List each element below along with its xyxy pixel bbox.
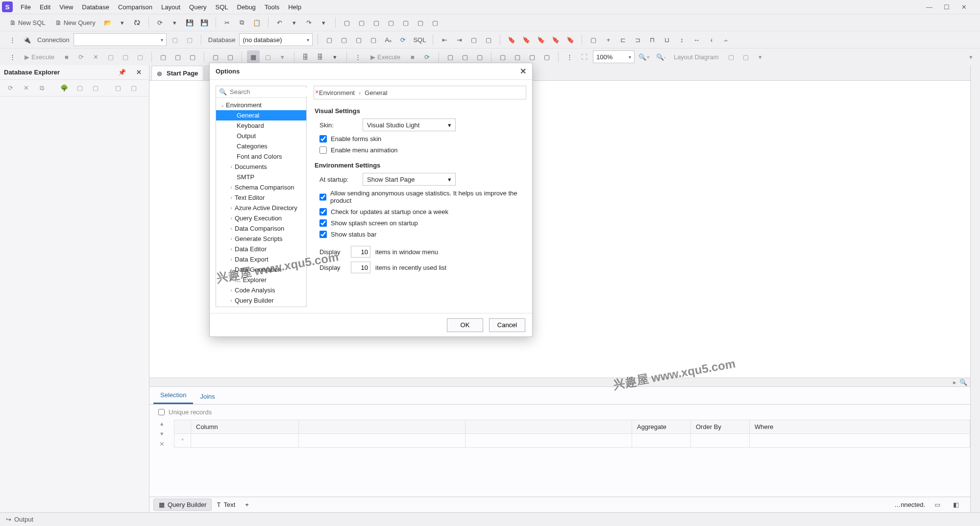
tool-icon-b[interactable]: ▢ — [355, 16, 368, 29]
tree-font-colors[interactable]: Font and Colors — [216, 151, 306, 162]
tree-keyboard[interactable]: Keyboard — [216, 120, 306, 131]
statusbar-checkbox[interactable] — [319, 231, 327, 238]
save-all-icon[interactable]: 💾 — [198, 16, 211, 29]
tree-explorer[interactable]: ›… Explorer — [216, 275, 306, 285]
tree-general[interactable]: General — [216, 110, 306, 120]
db-tool-2[interactable]: ▢ — [338, 33, 350, 46]
col-blank-2[interactable] — [466, 420, 632, 434]
zoom-fit-icon[interactable]: ⛶ — [578, 50, 591, 63]
zoom-out-icon[interactable]: 🔍- — [654, 50, 668, 63]
row-down-icon[interactable]: ▾ — [160, 430, 164, 437]
tree-output[interactable]: Output — [216, 131, 306, 141]
skin-combo[interactable]: Visual Studio Light▾ — [363, 119, 456, 131]
tree-text-editor[interactable]: ›Text Editor — [216, 192, 306, 203]
explorer-refresh-icon[interactable]: ⟳ — [4, 82, 17, 95]
copy-icon[interactable]: ⧉ — [236, 16, 248, 29]
open-button[interactable]: 📂 — [101, 16, 114, 29]
tree-documents[interactable]: ›Documents — [216, 162, 306, 172]
bookmark-prev-icon[interactable]: 🔖 — [520, 33, 533, 46]
zoom-combo[interactable]: 100%▾ — [593, 50, 635, 63]
exec-tool-f[interactable]: ▢ — [186, 50, 199, 63]
maximize-icon[interactable]: ☐ — [944, 3, 951, 10]
zoom-in-icon[interactable]: 🔍+ — [637, 50, 652, 63]
connect-icon[interactable]: 🔌 — [21, 33, 33, 46]
tree-generate-scripts[interactable]: ›Generate Scripts — [216, 234, 306, 244]
save-blue-icon[interactable]: 💾 — [183, 16, 196, 29]
align-icon-8[interactable]: ↔ — [690, 33, 703, 46]
align-icon-4[interactable]: ⊐ — [631, 33, 644, 46]
selection-grid[interactable]: Column Aggregate Order By Where * — [174, 420, 970, 448]
layout-tool-d[interactable]: ▢ — [540, 50, 553, 63]
tool-icon-f[interactable]: ▢ — [414, 16, 427, 29]
db-tool-3[interactable]: ▢ — [352, 33, 365, 46]
tree-schema-comparison[interactable]: ›Schema Comparison — [216, 182, 306, 192]
grip-icon[interactable]: ⋮ — [6, 33, 19, 46]
explorer-tool-b[interactable]: ▢ — [89, 82, 102, 95]
execute-button[interactable]: ▶Execute — [21, 50, 58, 63]
cut-icon[interactable]: ✂ — [221, 16, 234, 29]
pin-icon[interactable]: 📌 — [116, 66, 128, 79]
grip-icon-2[interactable]: ⋮ — [6, 50, 19, 63]
redo-dropdown[interactable]: ▾ — [318, 16, 330, 29]
tool-icon-d[interactable]: ▢ — [385, 16, 397, 29]
bookmark-clear-icon[interactable]: 🔖 — [549, 33, 562, 46]
menu-layout[interactable]: Layout — [157, 1, 184, 13]
col-orderby[interactable]: Order By — [691, 420, 750, 434]
startup-combo[interactable]: Show Start Page▾ — [363, 173, 456, 186]
tool-icon-a[interactable]: ▢ — [341, 16, 353, 29]
db-icon-b[interactable]: 🗄 — [314, 50, 327, 63]
tree-environment[interactable]: ⌄Environment — [216, 100, 306, 110]
ok-button[interactable]: OK — [447, 318, 483, 332]
allow-stats-checkbox[interactable] — [319, 193, 326, 201]
grip-icon-3[interactable]: ⋮ — [352, 50, 365, 63]
enable-forms-skin-checkbox[interactable] — [319, 135, 327, 143]
stop-icon[interactable]: ■ — [60, 50, 73, 63]
col-aggregate[interactable]: Aggregate — [632, 420, 691, 434]
bookmark-next-icon[interactable]: 🔖 — [535, 33, 547, 46]
conn-tool-a[interactable]: ▢ — [169, 33, 181, 46]
tree-data-generation[interactable]: ›Data Generation — [216, 264, 306, 275]
output-status-button[interactable]: ↪ Output — [6, 516, 33, 523]
grid-dropdown[interactable]: ▾ — [276, 50, 289, 63]
debug-tool-a[interactable]: ▢ — [444, 50, 457, 63]
tool-icon-e[interactable]: ▢ — [399, 16, 412, 29]
save-button[interactable]: 🗘 — [131, 16, 144, 29]
btab-query-builder[interactable]: ▦ Query Builder — [153, 499, 212, 511]
tool-icon-c[interactable]: ▢ — [370, 16, 383, 29]
splash-checkbox[interactable] — [319, 219, 327, 227]
exec-tool-a[interactable]: ▢ — [104, 50, 117, 63]
options-tree[interactable]: ⌄Environment General Keyboard Output Cat… — [216, 98, 306, 307]
format-icon-a[interactable]: ▢ — [467, 33, 480, 46]
cancel-button[interactable]: Cancel — [489, 318, 525, 332]
col-where[interactable]: Where — [750, 420, 970, 434]
refresh-green-icon[interactable]: ⟳ — [421, 50, 434, 63]
overflow-dropdown[interactable]: ▾ — [964, 50, 977, 63]
align-icon-10[interactable]: ⫠ — [719, 33, 732, 46]
tree-code-analysis[interactable]: ›Code Analysis — [216, 285, 306, 295]
format-icon-b[interactable]: ▢ — [482, 33, 495, 46]
unique-records-checkbox[interactable] — [158, 409, 165, 415]
breadcrumb-item-2[interactable]: General — [365, 89, 387, 96]
new-query-button[interactable]: 🗎New Query — [51, 16, 99, 29]
exec-tool-b[interactable]: ▢ — [119, 50, 132, 63]
explorer-tool-c[interactable]: ▢ — [112, 82, 124, 95]
debug-tool-b[interactable]: ▢ — [459, 50, 471, 63]
exec-tool-e[interactable]: ▢ — [172, 50, 184, 63]
grid-tool-a[interactable]: ▢ — [262, 50, 274, 63]
close-window-icon[interactable]: ✕ — [961, 3, 968, 10]
layout-diagram-button[interactable]: Layout Diagram — [670, 50, 723, 63]
open-dropdown[interactable]: ▾ — [116, 16, 129, 29]
undo-icon[interactable]: ↶ — [273, 16, 286, 29]
diagram-dropdown[interactable]: ▾ — [754, 50, 767, 63]
panel-icon-a[interactable]: ▭ — [931, 499, 944, 511]
diagram-tool-b[interactable]: ▢ — [739, 50, 752, 63]
db-tool-1[interactable]: ▢ — [323, 33, 336, 46]
bookmark-x-icon[interactable]: 🔖 — [564, 33, 577, 46]
options-close-icon[interactable]: ✕ — [520, 67, 526, 76]
breadcrumb-item-1[interactable]: Environment — [319, 89, 355, 96]
menu-sql[interactable]: SQL — [212, 1, 232, 13]
dropdown-icon[interactable]: ▾ — [169, 16, 181, 29]
stop-icon-2[interactable]: ■ — [406, 50, 419, 63]
db-dropdown[interactable]: ▾ — [329, 50, 342, 63]
db-tool-5[interactable]: Aₐ — [382, 33, 394, 46]
